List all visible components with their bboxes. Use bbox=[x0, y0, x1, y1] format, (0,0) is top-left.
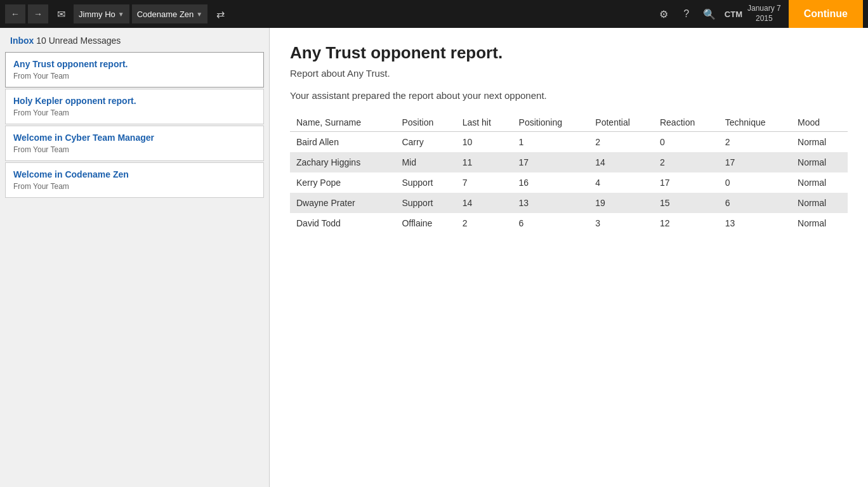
mail-icon: ✉ bbox=[51, 4, 71, 23]
table-header: Positioning bbox=[513, 114, 589, 132]
table-cell: 14 bbox=[456, 193, 513, 213]
main-area: Inbox 10 Unread Messages Any Trust oppon… bbox=[0, 28, 868, 487]
table-cell: Normal bbox=[791, 172, 848, 193]
message-from: From Your Team bbox=[13, 72, 256, 81]
message-list: Any Trust opponent report. From Your Tea… bbox=[0, 52, 269, 479]
table-cell: 2 bbox=[719, 132, 791, 153]
table-cell: 17 bbox=[513, 152, 589, 172]
table-row: Baird AllenCarry101202Normal bbox=[290, 132, 848, 153]
back-button[interactable]: ← bbox=[5, 4, 25, 23]
inbox-header: Inbox 10 Unread Messages bbox=[0, 36, 269, 52]
message-item[interactable]: Welcome in Codename Zen From Your Team bbox=[5, 162, 264, 198]
content-panel: Any Trust opponent report. Report about … bbox=[270, 28, 868, 487]
table-row: Kerry PopeSupport7164170Normal bbox=[290, 172, 848, 193]
table-cell: 4 bbox=[589, 172, 654, 193]
forward-button[interactable]: → bbox=[28, 4, 48, 23]
table-header: Name, Surname bbox=[290, 114, 395, 132]
settings-button[interactable]: ⚙ bbox=[654, 4, 674, 23]
user1-name: Jimmy Ho bbox=[79, 10, 115, 19]
table-row: Dwayne PraterSupport141319156Normal bbox=[290, 193, 848, 213]
table-cell: Normal bbox=[791, 193, 848, 213]
message-from: From Your Team bbox=[13, 108, 256, 117]
message-from: From Your Team bbox=[13, 145, 256, 154]
swap-button[interactable]: ⇄ bbox=[210, 4, 230, 23]
search-button[interactable]: 🔍 bbox=[699, 4, 720, 23]
table-cell: 19 bbox=[589, 193, 654, 213]
table-row: Zachary HigginsMid111714217Normal bbox=[290, 152, 848, 172]
table-cell: 0 bbox=[654, 132, 719, 153]
table-header: Technique bbox=[719, 114, 791, 132]
report-title: Any Trust opponent report. bbox=[290, 43, 848, 63]
report-subtitle: Report about Any Trust. bbox=[290, 68, 848, 79]
table-cell: 0 bbox=[719, 172, 791, 193]
inbox-link[interactable]: Inbox bbox=[10, 36, 34, 46]
table-cell: Zachary Higgins bbox=[290, 152, 395, 172]
table-cell: 2 bbox=[456, 213, 513, 233]
table-cell: Normal bbox=[791, 213, 848, 233]
table-header: Potential bbox=[589, 114, 654, 132]
table-cell: 14 bbox=[589, 152, 654, 172]
table-cell: 6 bbox=[513, 213, 589, 233]
message-item[interactable]: Holy Kepler opponent report. From Your T… bbox=[5, 89, 264, 124]
message-title: Holy Kepler opponent report. bbox=[13, 96, 256, 106]
table-header: Reaction bbox=[654, 114, 719, 132]
table-cell: 3 bbox=[589, 213, 654, 233]
sidebar: Inbox 10 Unread Messages Any Trust oppon… bbox=[0, 28, 270, 487]
user2-name: Codename Zen bbox=[137, 10, 194, 19]
table-cell: 2 bbox=[589, 132, 654, 153]
table-cell: 11 bbox=[456, 152, 513, 172]
user1-selector[interactable]: Jimmy Ho ▼ bbox=[74, 4, 129, 23]
message-item[interactable]: Welcome in Cyber Team Manager From Your … bbox=[5, 126, 264, 161]
table-row: David ToddOfflaine2631213Normal bbox=[290, 213, 848, 233]
table-cell: 1 bbox=[513, 132, 589, 153]
table-cell: Mid bbox=[395, 152, 456, 172]
table-header: Last hit bbox=[456, 114, 513, 132]
table-header: Mood bbox=[791, 114, 848, 132]
date-display: January 7 2015 bbox=[747, 4, 781, 23]
table-cell: Carry bbox=[395, 132, 456, 153]
table-cell: 6 bbox=[719, 193, 791, 213]
help-button[interactable]: ? bbox=[676, 4, 697, 23]
message-title: Welcome in Cyber Team Manager bbox=[13, 133, 256, 143]
table-cell: Support bbox=[395, 172, 456, 193]
table-cell: Support bbox=[395, 193, 456, 213]
table-cell: Normal bbox=[791, 132, 848, 153]
user2-chevron: ▼ bbox=[196, 11, 202, 18]
table-cell: 10 bbox=[456, 132, 513, 153]
table-cell: Normal bbox=[791, 152, 848, 172]
table-header: Position bbox=[395, 114, 456, 132]
table-cell: Dwayne Prater bbox=[290, 193, 395, 213]
table-cell: 13 bbox=[513, 193, 589, 213]
table-cell: 2 bbox=[654, 152, 719, 172]
message-from: From Your Team bbox=[13, 182, 256, 191]
table-cell: Kerry Pope bbox=[290, 172, 395, 193]
table-cell: 15 bbox=[654, 193, 719, 213]
table-cell: David Todd bbox=[290, 213, 395, 233]
message-title: Any Trust opponent report. bbox=[13, 59, 256, 69]
continue-button[interactable]: Continue bbox=[789, 0, 863, 28]
topbar: ← → ✉ Jimmy Ho ▼ Codename Zen ▼ ⇄ ⚙ ? 🔍 … bbox=[0, 0, 868, 28]
user1-chevron: ▼ bbox=[118, 11, 124, 18]
user2-selector[interactable]: Codename Zen ▼ bbox=[132, 4, 208, 23]
report-table: Name, SurnamePositionLast hitPositioning… bbox=[290, 114, 848, 233]
message-title: Welcome in Codename Zen bbox=[13, 169, 256, 179]
table-cell: Baird Allen bbox=[290, 132, 395, 153]
report-description: Your assistant prepared the report about… bbox=[290, 90, 848, 101]
table-cell: 12 bbox=[654, 213, 719, 233]
table-cell: 17 bbox=[719, 152, 791, 172]
inbox-count-text: 10 Unread Messages bbox=[36, 36, 121, 46]
table-cell: 17 bbox=[654, 172, 719, 193]
table-cell: 7 bbox=[456, 172, 513, 193]
table-cell: 13 bbox=[719, 213, 791, 233]
table-cell: 16 bbox=[513, 172, 589, 193]
message-item[interactable]: Any Trust opponent report. From Your Tea… bbox=[5, 52, 264, 88]
ctm-label: CTM bbox=[725, 10, 742, 19]
table-cell: Offlaine bbox=[395, 213, 456, 233]
